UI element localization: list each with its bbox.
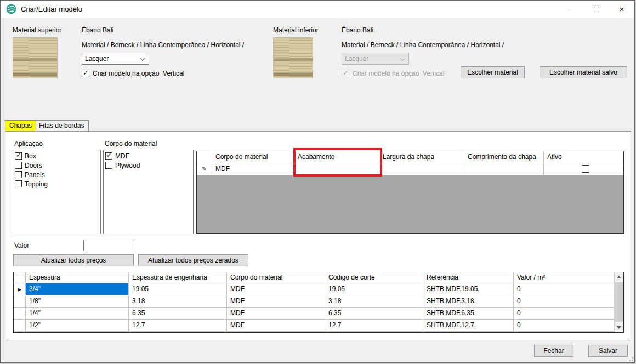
- corpo-item-mdf[interactable]: ✓ MDF: [104, 151, 192, 161]
- aplicacao-item-box[interactable]: ✓ Box: [14, 151, 100, 161]
- pencil-icon: ✎: [202, 166, 207, 172]
- col-espessura[interactable]: Espessura: [26, 272, 129, 283]
- cell[interactable]: 0: [514, 283, 614, 295]
- scroll-down-button[interactable]: [615, 323, 623, 332]
- close-button[interactable]: ×: [609, 1, 634, 18]
- row-header-column: [197, 151, 212, 163]
- aplicacao-listbox: ✓ Box Doors Panels Topping: [13, 150, 101, 234]
- table-row[interactable]: 1/8" 3.18 MDF 3.18 SHTB.MDF.3.18. 0: [14, 295, 623, 308]
- checkbox-checked: ✓: [105, 152, 112, 160]
- col-comprimento-da-chapa[interactable]: Comprimento da chapa: [464, 151, 544, 163]
- finish-selected-value: Lacquer: [85, 55, 109, 62]
- arrow-up-icon: [617, 276, 621, 278]
- cell-largura[interactable]: [379, 163, 464, 175]
- table-row[interactable]: 1/4" 6.35 MDF 6.35 SHTB.MDF.6.35. 0: [14, 308, 623, 320]
- item-label: Box: [25, 152, 36, 160]
- row-selector: [14, 320, 26, 331]
- sheets-grid: Corpo do material Acabamento Largura da …: [196, 151, 624, 234]
- col-referencia[interactable]: Referência: [423, 272, 514, 283]
- resize-grip[interactable]: [628, 356, 633, 361]
- maximize-button[interactable]: [584, 1, 609, 18]
- corpo-item-plywood[interactable]: Plywood: [104, 161, 192, 170]
- cell-ativo: [544, 163, 623, 175]
- cell[interactable]: 12.7: [325, 320, 423, 331]
- app-icon: [6, 4, 16, 14]
- cell[interactable]: 6.35: [129, 308, 227, 319]
- row-selector: [14, 308, 26, 319]
- cell[interactable]: SHTB.MDF.19.05.: [423, 283, 514, 295]
- cell[interactable]: 1/2": [26, 320, 129, 331]
- checkbox-unchecked: [15, 162, 22, 169]
- ativo-checkbox-unchecked[interactable]: [582, 165, 589, 173]
- window-title: Criar/Editar modelo: [21, 1, 82, 18]
- cell[interactable]: 3.18: [129, 295, 227, 307]
- aplicacao-item-panels[interactable]: Panels: [14, 170, 100, 179]
- item-label: Topping: [25, 180, 48, 188]
- col-corpo-do-material[interactable]: Corpo do material: [212, 151, 294, 163]
- col-ativo[interactable]: Ativo: [544, 151, 623, 163]
- material-superior-path: Material / Berneck / Linha Contemporânea…: [82, 41, 244, 49]
- title-bar: Criar/Editar modelo ×: [1, 1, 634, 18]
- cell[interactable]: SHTB.MDF.3.18.: [423, 295, 514, 307]
- choose-material-button[interactable]: Escolher material: [461, 66, 525, 78]
- row-selector: [14, 295, 26, 307]
- cell[interactable]: 0: [514, 320, 614, 331]
- cell-espessura-selected[interactable]: 3/4": [26, 283, 129, 295]
- cell[interactable]: 3.18: [325, 295, 423, 307]
- material-superior-finish-select[interactable]: Lacquer: [82, 53, 149, 65]
- check-icon: ✓: [16, 151, 21, 159]
- col-corpo-do-material[interactable]: Corpo do material: [227, 272, 325, 283]
- cell-acabamento[interactable]: [294, 163, 379, 175]
- vertical-option-checkbox-superior[interactable]: ✓ Criar modelo na opção Vertical: [82, 70, 184, 77]
- aplicacao-item-doors[interactable]: Doors: [14, 161, 100, 170]
- checkbox-unchecked: [15, 171, 22, 178]
- checkbox-checked-disabled: ✓: [342, 70, 349, 77]
- cell[interactable]: MDF: [227, 308, 325, 319]
- salvar-button[interactable]: Salvar: [588, 345, 628, 357]
- aplicacao-label: Aplicação: [14, 140, 43, 147]
- row-header-column: [14, 272, 26, 283]
- cell[interactable]: 1/4": [26, 308, 129, 319]
- vertical-option-label: Criar modelo na opção Vertical: [353, 70, 444, 77]
- scrollbar-thumb[interactable]: [615, 282, 623, 322]
- cell[interactable]: MDF: [227, 283, 325, 295]
- aplicacao-item-topping[interactable]: Topping: [14, 179, 100, 189]
- cell[interactable]: 19.05: [129, 283, 227, 295]
- fechar-button[interactable]: Fechar: [534, 345, 573, 357]
- chevron-down-icon: [140, 56, 145, 61]
- update-all-prices-button[interactable]: Atualizar todos preços: [13, 254, 134, 266]
- sheets-grid-row[interactable]: ✎ MDF: [197, 163, 623, 175]
- update-zeroed-prices-button[interactable]: Atualizar todos preços zerados: [138, 254, 248, 266]
- tab-chapas[interactable]: Chapas: [5, 120, 36, 131]
- cell[interactable]: MDF: [227, 320, 325, 331]
- cell[interactable]: 19.05: [325, 283, 423, 295]
- scroll-up-button[interactable]: [615, 272, 623, 282]
- col-codigo-de-corte[interactable]: Código de corte: [325, 272, 423, 283]
- vertical-option-checkbox-inferior: ✓ Criar modelo na opção Vertical: [342, 70, 444, 77]
- col-valor-m2[interactable]: Valor / m²: [514, 272, 614, 283]
- cell-corpo[interactable]: MDF: [212, 163, 294, 175]
- cell[interactable]: 0: [514, 308, 614, 319]
- item-label: Panels: [25, 171, 45, 179]
- table-row[interactable]: 1/2" 12.7 MDF 12.7 SHTB.MDF.12.7. 0: [14, 320, 623, 332]
- cell[interactable]: 6.35: [325, 308, 423, 319]
- checkbox-unchecked: [105, 162, 112, 169]
- table-row[interactable]: ▶ 3/4" 19.05 MDF 19.05 SHTB.MDF.19.05. 0: [14, 283, 623, 295]
- valor-input[interactable]: [83, 240, 134, 251]
- cell[interactable]: SHTB.MDF.6.35.: [423, 308, 514, 319]
- cell[interactable]: 1/8": [26, 295, 129, 307]
- minimize-button[interactable]: [559, 1, 584, 18]
- cell[interactable]: SHTB.MDF.12.7.: [423, 320, 514, 331]
- material-superior-name: Ébano Bali: [82, 26, 113, 34]
- cell[interactable]: MDF: [227, 295, 325, 307]
- col-espessura-engenharia[interactable]: Espessura de engenharia: [129, 272, 227, 283]
- tab-fitas-de-bordas[interactable]: Fitas de bordas: [35, 120, 89, 131]
- check-icon: ✓: [343, 69, 349, 77]
- cell-comprimento[interactable]: [464, 163, 544, 175]
- cell[interactable]: 0: [514, 295, 614, 307]
- cell[interactable]: 12.7: [129, 320, 227, 331]
- col-largura-da-chapa[interactable]: Largura da chapa: [379, 151, 464, 163]
- col-acabamento[interactable]: Acabamento: [294, 151, 379, 163]
- vertical-scrollbar[interactable]: [614, 272, 623, 332]
- choose-saved-material-button[interactable]: Escolher material salvo: [540, 66, 627, 78]
